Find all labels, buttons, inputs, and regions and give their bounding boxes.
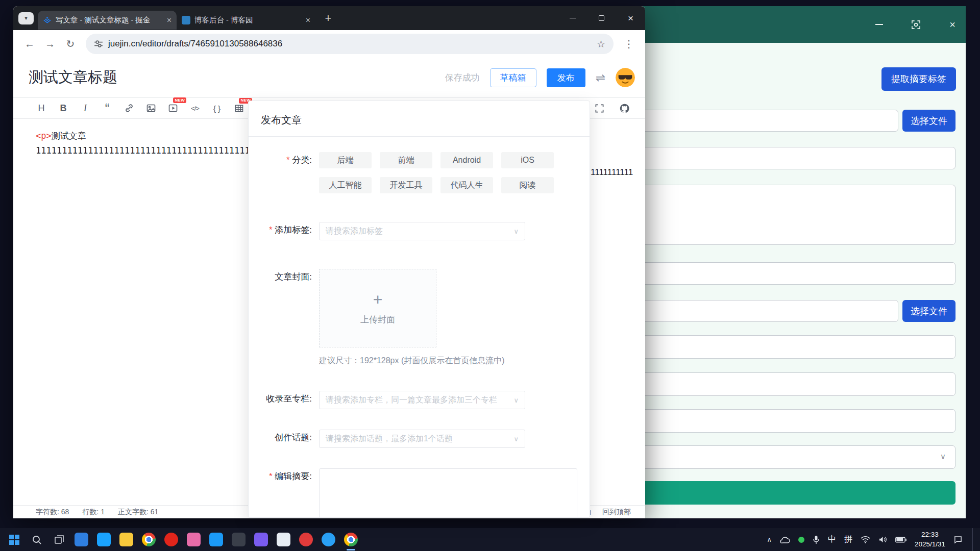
chevron-down-icon: ∨ [513, 396, 519, 404]
draft-box-button[interactable]: 草稿箱 [490, 68, 536, 87]
pink-app-icon[interactable] [187, 533, 201, 546]
link-icon[interactable] [124, 103, 135, 113]
file-explorer-icon[interactable] [119, 533, 133, 546]
summary-textarea[interactable] [319, 468, 577, 518]
taskbar-clock[interactable]: 22:33 2025/1/31 [915, 530, 945, 549]
tag-select[interactable]: 请搜索添加标签 ∨ [319, 222, 525, 240]
dark-app-icon[interactable] [232, 533, 246, 546]
show-desktop-button[interactable] [972, 528, 975, 551]
category-chip[interactable]: 阅读 [501, 177, 554, 193]
image-icon[interactable] [145, 103, 157, 113]
ime-mode-indicator[interactable]: 拼 [844, 534, 852, 545]
new-badge: NEW [173, 97, 186, 103]
jd-app-icon[interactable] [164, 533, 178, 546]
category-label: 分类: [261, 152, 312, 193]
vscode-icon[interactable] [209, 533, 223, 546]
battery-icon[interactable] [895, 537, 906, 543]
fullscreen-icon[interactable] [594, 104, 605, 113]
task-view-icon[interactable] [52, 533, 66, 546]
char-count: 字符数: 68 [36, 508, 69, 517]
html-tag: <p> [36, 131, 52, 141]
chrome-active-icon[interactable] [344, 533, 358, 546]
cover-upload-box[interactable]: + 上传封面 [319, 269, 436, 347]
category-chip[interactable]: iOS [501, 152, 554, 168]
line-count: 行数: 1 [82, 508, 105, 517]
new-tab-button[interactable]: + [321, 11, 336, 26]
avatar[interactable] [616, 68, 635, 87]
topic-select[interactable]: 请搜索添加话题，最多添加1个话题 ∨ [319, 430, 525, 448]
blockquote-icon[interactable]: “ [102, 106, 113, 111]
green-status-icon[interactable] [798, 537, 804, 543]
choose-file-button-1[interactable]: 选择文件 [902, 110, 955, 132]
tab-close-icon[interactable]: × [167, 16, 172, 24]
purple-app-icon[interactable] [254, 533, 268, 546]
category-chip[interactable]: 开发工具 [380, 177, 432, 193]
code-icon[interactable]: </> [189, 105, 201, 112]
close-icon: × [949, 19, 955, 31]
tray-expand-icon[interactable]: ∧ [767, 536, 772, 543]
minimize-icon [570, 18, 576, 18]
calculator-app-icon[interactable] [277, 533, 290, 546]
extract-summary-tags-button[interactable]: 提取摘要标签 [881, 67, 956, 91]
back-to-top-button[interactable]: 回到顶部 [602, 508, 631, 517]
notification-icon[interactable] [953, 535, 962, 544]
wifi-icon[interactable] [861, 536, 870, 543]
category-chip[interactable]: 前端 [380, 152, 432, 168]
tab-search-button[interactable]: ▾ [18, 12, 34, 24]
heading-icon[interactable]: H [36, 104, 47, 113]
search-icon[interactable] [30, 533, 43, 546]
capture-frame-icon [911, 20, 921, 30]
time-text: 22:33 [915, 530, 945, 540]
sync-swap-icon[interactable]: ⇌ [596, 71, 605, 85]
chevron-down-icon: ∨ [940, 452, 946, 461]
taskbar-app-icons [7, 533, 358, 546]
maximize-icon [599, 15, 604, 21]
bg-capture-button[interactable] [910, 18, 922, 31]
italic-icon[interactable]: I [80, 104, 91, 113]
close-button[interactable]: × [616, 6, 645, 30]
ime-language-indicator[interactable]: 中 [828, 534, 836, 545]
column-placeholder: 请搜索添加专栏，同一篇文章最多添加三个专栏 [326, 395, 497, 406]
category-chip[interactable]: 人工智能 [319, 177, 372, 193]
tab-close-icon[interactable]: × [306, 16, 310, 24]
topic-label: 创作话题: [261, 430, 312, 448]
bookmark-star-icon[interactable]: ☆ [597, 38, 605, 50]
browser-menu-button[interactable]: ⋮ [620, 35, 638, 53]
minimize-button[interactable] [558, 6, 587, 30]
category-chip[interactable]: 代码人生 [440, 177, 493, 193]
microphone-icon[interactable] [813, 535, 820, 544]
forward-button[interactable]: → [41, 35, 59, 53]
browser-toolbar: ← → ↻ juejin.cn/editor/drafts/7465910130… [13, 30, 645, 58]
volume-icon[interactable] [878, 536, 887, 543]
video-icon[interactable]: NEW [167, 103, 179, 113]
music-app-icon[interactable] [299, 533, 313, 546]
github-icon[interactable] [619, 103, 630, 114]
tab-juejin-editor[interactable]: 写文章 - 测试文章标题 - 掘金 × [38, 11, 177, 30]
category-chip[interactable]: Android [440, 152, 493, 168]
tab-cnblogs-admin[interactable]: 博客后台 - 博客园 × [177, 11, 315, 30]
tab-title: 写文章 - 测试文章标题 - 掘金 [56, 15, 163, 25]
date-text: 2025/1/31 [915, 540, 945, 549]
preview-pane-text: 1111111111 [591, 167, 633, 178]
back-button[interactable]: ← [20, 35, 39, 53]
mail-app-icon[interactable] [75, 533, 88, 546]
column-select[interactable]: 请搜索添加专栏，同一篇文章最多添加三个专栏 ∨ [319, 391, 525, 409]
chrome-icon[interactable] [142, 533, 156, 546]
bg-minimize-button[interactable] [873, 18, 885, 31]
code-block-icon[interactable]: { } [211, 105, 223, 112]
bg-close-button[interactable]: × [946, 18, 959, 31]
category-chip[interactable]: 后端 [319, 152, 372, 168]
reload-button[interactable]: ↻ [61, 35, 80, 53]
bold-icon[interactable]: B [58, 104, 69, 113]
chevron-down-icon: ∨ [513, 435, 519, 443]
maximize-button[interactable] [587, 6, 616, 30]
publish-button[interactable]: 发布 [547, 68, 585, 87]
cloud-drive-app-icon[interactable] [322, 533, 335, 546]
choose-file-button-2[interactable]: 选择文件 [902, 300, 955, 322]
address-bar[interactable]: juejin.cn/editor/drafts/7465910130588646… [86, 34, 614, 54]
messaging-app-icon[interactable] [97, 533, 111, 546]
cloud-icon[interactable] [780, 536, 790, 543]
article-title-input[interactable]: 测试文章标题 [29, 67, 117, 88]
start-button[interactable] [7, 533, 21, 546]
table-icon[interactable]: NEW [233, 104, 244, 113]
